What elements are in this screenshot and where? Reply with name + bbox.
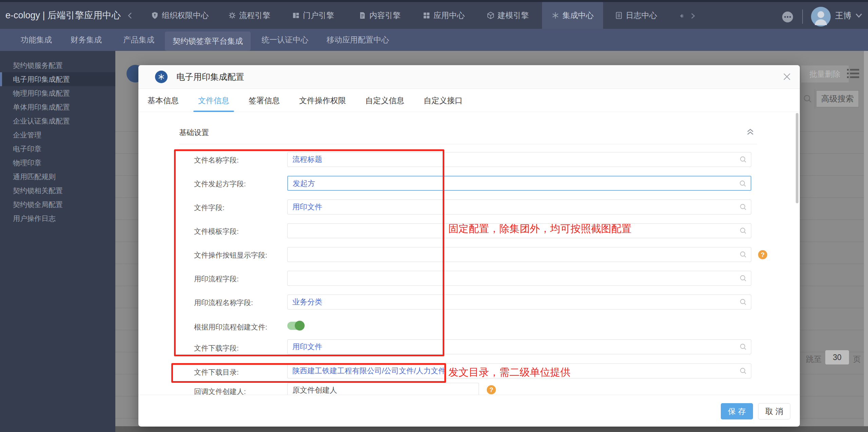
save-button[interactable]: 保 存 [721,403,753,419]
topnav-item-log-center[interactable]: 日志中心 [615,2,657,29]
tab-sign-info[interactable]: 签署信息 [249,89,280,112]
screen: e-cology | 后端引擎应用中心 组织权限中心 流程引擎 门户引擎 内容引… [0,0,868,432]
topnav-label: 建模引擎 [498,10,529,21]
field-search-icon[interactable] [739,274,747,282]
sidebar-item-single-seal-integration[interactable]: 单体用印集成配置 [0,100,115,114]
org-permission-shield-icon [151,12,159,19]
annotation-box-download-directory [171,363,446,383]
sidebar-item-qys-service-config[interactable]: 契约锁服务配置 [0,58,115,72]
top-navigation-bar: e-cology | 后端引擎应用中心 组织权限中心 流程引擎 门户引擎 内容引… [0,2,868,29]
topnav-label: 内容引擎 [369,10,401,21]
topnav-item-portal-engine[interactable]: 门户引擎 [292,2,334,29]
help-icon[interactable] [487,385,496,394]
sidebar-item-match-rules[interactable]: 通用匹配规则 [0,170,115,184]
dialog-title: 电子用印集成配置 [176,65,244,89]
page-jump-label: 跳至 [806,354,822,364]
nav-back-chevron-icon[interactable] [126,12,134,20]
topnav-item-app-center[interactable]: 应用中心 [423,2,465,29]
topbar-divider [802,10,803,24]
sidebar-item-qys-global-config[interactable]: 契约锁全局配置 [0,198,115,211]
dialog-tabs: 基本信息 文件信息 签署信息 文件操作权限 自定义信息 自定义接口 [138,89,800,112]
field-search-icon[interactable] [739,155,747,164]
page-jump-input: 30 [825,350,849,365]
dialog-snowflake-icon [155,71,168,83]
sidebar-item-physical-seal-integration[interactable]: 物理用印集成配置 [0,86,115,100]
modeling-engine-icon [487,12,495,19]
close-icon[interactable] [779,69,794,84]
subnav-item-active[interactable]: 契约锁签章平台集成 [165,32,251,51]
topnav-label: 组织权限中心 [162,10,209,21]
sidebar-item-user-operation-log[interactable]: 用户操作日志 [0,211,115,225]
help-icon[interactable] [758,250,767,259]
content-engine-icon [359,12,366,19]
view-toggle-icon [847,68,860,79]
batch-delete-button: 批量删除 [801,65,849,82]
topnav-item-integration-center[interactable]: 集成中心 [542,2,603,29]
dimmed-table-right [800,110,864,426]
dialog-header: 电子用印集成配置 [138,65,800,89]
tab-file-info[interactable]: 文件信息 [198,89,229,112]
page-scrollbar [864,51,868,426]
page-unit-label: 页 [853,354,861,364]
topnav-label: 日志中心 [626,10,657,21]
subnav-item[interactable]: 产品集成 [123,29,154,51]
tab-basic-info[interactable]: 基本信息 [148,89,179,112]
log-center-icon [615,12,623,19]
app-title: e-cology | 后端引擎应用中心 [5,2,121,29]
field-search-icon[interactable] [739,298,747,306]
topnav-label: 门户引擎 [303,10,334,21]
dialog-scrollbar[interactable] [796,113,798,203]
field-search-icon[interactable] [739,227,747,235]
nav-scroll-left-icon[interactable] [678,12,687,20]
subnav-item[interactable]: 功能集成 [21,29,52,51]
workflow-engine-icon [228,12,236,19]
field-search-icon[interactable] [739,343,747,351]
sidebar-item-enterprise-auth[interactable]: 企业认证集成配置 [0,114,115,128]
topnav-item-content-engine[interactable]: 内容引擎 [359,2,401,29]
background-search-icon [803,94,813,104]
dialog-footer: 保 存 取 消 [138,395,800,427]
advanced-search-button: 高级搜索 [816,90,859,107]
sidebar-item-eseal-integration-config[interactable]: 电子用印集成配置 [0,72,115,86]
topnav-label: 应用中心 [433,10,465,21]
sidebar-item-electronic-seal[interactable]: 电子印章 [0,142,115,156]
subnav-item[interactable]: 财务集成 [71,29,102,51]
background-search-divider [815,89,815,109]
annotation-note-1: 固定配置，除集团外，均可按照截图配置 [448,222,632,236]
topnav-label: 流程引擎 [239,10,270,21]
annotation-note-2: 发文目录，需二级单位提供 [448,365,571,379]
tab-custom-info[interactable]: 自定义信息 [365,89,404,112]
dimmed-table-left [115,110,138,426]
sidebar-item-enterprise-mgmt[interactable]: 企业管理 [0,128,115,142]
collapse-section-icon[interactable] [745,126,756,136]
topnav-item-org-permission[interactable]: 组织权限中心 [151,2,209,29]
user-name[interactable]: 王博 [835,2,851,29]
tab-file-operation-permission[interactable]: 文件操作权限 [299,89,346,112]
eseal-config-dialog: 电子用印集成配置 基本信息 文件信息 签署信息 文件操作权限 自定义信息 自定义… [138,65,800,426]
secondary-navigation-bar: 功能集成 财务集成 产品集成 契约锁签章平台集成 统一认证中心 移动应用配置中心 [0,29,868,51]
tab-custom-api[interactable]: 自定义接口 [424,89,463,112]
topnav-label: 集成中心 [562,10,594,21]
user-chevron-down-icon[interactable] [855,13,862,18]
sidebar-item-qys-related-config[interactable]: 契约锁相关配置 [0,184,115,198]
topnav-item-modeling-engine[interactable]: 建模引擎 [487,2,529,29]
user-avatar[interactable] [811,6,831,27]
topnav-item-workflow-engine[interactable]: 流程引擎 [228,2,270,29]
field-search-icon[interactable] [739,203,747,211]
section-title: 基础设置 [179,128,209,138]
nav-scroll-right-icon[interactable] [689,12,697,20]
field-search-icon[interactable] [739,250,747,259]
annotation-box-fixed-config [174,149,444,356]
dimmed-page-bottom [115,426,868,432]
field-search-icon[interactable] [739,367,747,375]
app-center-icon [423,12,430,19]
sidebar: 契约锁服务配置 电子用印集成配置 物理用印集成配置 单体用印集成配置 企业认证集… [0,51,115,432]
subnav-item[interactable]: 统一认证中心 [262,29,308,51]
sidebar-item-physical-seal[interactable]: 物理印章 [0,156,115,170]
subnav-item[interactable]: 移动应用配置中心 [327,29,389,51]
integration-center-snowflake-icon [552,12,559,19]
portal-engine-icon [292,12,300,19]
field-search-icon[interactable] [739,180,747,188]
cancel-button[interactable]: 取 消 [758,403,790,419]
more-icon[interactable] [782,11,794,23]
